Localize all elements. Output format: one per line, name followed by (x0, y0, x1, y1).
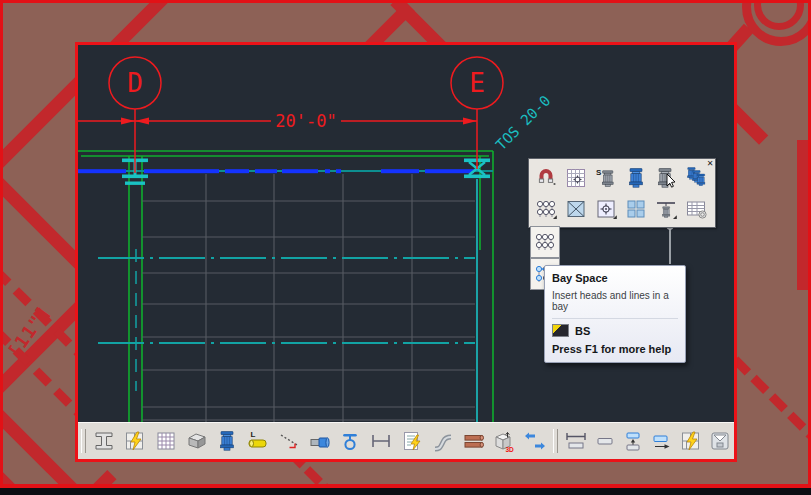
svg-text:S: S (596, 167, 602, 176)
toolbar-button-grid[interactable] (153, 428, 180, 455)
tooltip-help-text: Press F1 for more help (552, 343, 678, 355)
dimension-icon (369, 429, 393, 453)
toolbar-button-valve[interactable] (337, 428, 364, 455)
palette-button-squares-four[interactable] (621, 193, 651, 224)
toolbar-button-steel-beam[interactable] (91, 428, 118, 455)
toolbar-button-panel-mail[interactable] (706, 428, 733, 455)
palette-button-heads-multiple[interactable] (531, 193, 561, 224)
bay-target-icon (594, 197, 618, 221)
toolbar-button-pipe-length[interactable]: L (245, 428, 272, 455)
palette-button-sprinkler-pick[interactable] (651, 162, 681, 193)
bottom-black-bar (0, 488, 811, 495)
toolbar-button-pipe-fitting[interactable] (306, 428, 333, 455)
tos-annotation: TOS 20-0 (493, 92, 554, 153)
heads-multiple-icon (533, 230, 557, 254)
toolbar-button-swap-arrows[interactable] (522, 428, 549, 455)
schedule-table-icon (684, 197, 708, 221)
bg-stripe (797, 140, 810, 290)
keyboard-icon (552, 324, 569, 337)
toolbar-button-sprinkler[interactable] (214, 428, 241, 455)
bay-erase-icon (564, 197, 588, 221)
tooltip-shortcut: BS (575, 325, 590, 337)
box-3d-icon: 3D (492, 429, 516, 453)
sprinkler-tool-palette: ✕ S (528, 158, 716, 228)
toolbar-button-report-lightning[interactable] (399, 428, 426, 455)
pipe-extend-icon (650, 429, 674, 453)
sprinkler-pick-icon (654, 166, 678, 190)
grid-target-icon (564, 166, 588, 190)
toolbar-button-layout-lightning-2[interactable] (677, 428, 704, 455)
ceiling-grid-lines (142, 174, 475, 423)
svg-text:L: L (251, 430, 256, 439)
panel-mail-icon (708, 429, 732, 453)
grid-bubble-label-d: D (127, 68, 143, 98)
palette-grid: S (529, 159, 715, 227)
palette-close-button[interactable]: ✕ (705, 159, 715, 169)
tooltip-separator (552, 318, 678, 319)
layout-lightning-icon (679, 429, 703, 453)
toolbar-button-pipe-extend[interactable] (649, 428, 676, 455)
pipe-segment-icon (593, 429, 617, 453)
tooltip-title: Bay Space (552, 272, 678, 284)
palette-button-magnet[interactable] (531, 162, 561, 193)
toolbar-button-pipes[interactable] (460, 428, 487, 455)
flyout-button-heads-multiple[interactable] (530, 226, 560, 258)
svg-text:3D: 3D (506, 446, 515, 453)
steel-beam-icon (92, 429, 116, 453)
toolbar-button-layout-lightning[interactable] (122, 428, 149, 455)
tooltip-description: Insert heads and lines in a bay (552, 290, 678, 312)
palette-button-schedule-table[interactable] (681, 193, 711, 224)
head-in-line-icon (654, 197, 678, 221)
slope-icon (277, 429, 301, 453)
screenshot-canvas: [11"] [11"] (0, 0, 811, 495)
toolbar-button-pipe-raise[interactable] (620, 428, 647, 455)
grid-bubble-label-e: E (469, 68, 485, 98)
toolbar-grip[interactable] (81, 429, 86, 453)
pipe-raise-icon (621, 429, 645, 453)
grid-icon (154, 429, 178, 453)
pipe-length-icon: L (246, 429, 270, 453)
pipe-dimension-icon (564, 429, 588, 453)
valve-icon (338, 429, 362, 453)
toolbar-button-pipe-segment[interactable] (591, 428, 618, 455)
dimension-text: 20'-0" (275, 111, 336, 131)
pipes-icon (462, 429, 486, 453)
branch-lines (98, 258, 475, 343)
toolbar-button-pipe-bend[interactable] (429, 428, 456, 455)
bay-space-tooltip: Bay Space Insert heads and lines in a ba… (544, 265, 686, 363)
pipe-boundary-lines (78, 151, 493, 423)
tooltip-shortcut-row: BS (552, 324, 678, 337)
sprinkler-blue-icon (624, 166, 648, 190)
toolbar-button-duct[interactable] (183, 428, 210, 455)
heads-multiple-icon (534, 197, 558, 221)
pipe-fitting-icon (308, 429, 332, 453)
toolbar-button-slope[interactable] (276, 428, 303, 455)
palette-button-sprinkler-blue[interactable] (621, 162, 651, 193)
layout-lightning-icon (123, 429, 147, 453)
sprinkler-s-icon: S (594, 166, 618, 190)
toolbar-button-dimension[interactable] (368, 428, 395, 455)
toolbar-grip[interactable] (553, 429, 558, 453)
sprinkler-icon (215, 429, 239, 453)
palette-button-sprinkler-s[interactable]: S (591, 162, 621, 193)
toolbar-button-pipe-dimension[interactable] (562, 428, 589, 455)
squares-four-icon (624, 197, 648, 221)
bottom-toolbar: L 3D (78, 422, 734, 459)
cad-window: D E 20'-0" TOS 20-0 ✕ S (75, 42, 737, 462)
pipe-bend-icon (431, 429, 455, 453)
magnet-icon (534, 166, 558, 190)
palette-button-bay-erase[interactable] (561, 193, 591, 224)
palette-button-grid-target[interactable] (561, 162, 591, 193)
hanger-symbol (667, 223, 673, 264)
sprinklers-copy-icon (684, 166, 708, 190)
duct-icon (185, 429, 209, 453)
report-lightning-icon (400, 429, 424, 453)
swap-arrows-icon (523, 429, 547, 453)
palette-button-bay-target[interactable] (591, 193, 621, 224)
palette-button-head-in-line[interactable] (651, 193, 681, 224)
toolbar-button-box-3d[interactable]: 3D (491, 428, 518, 455)
cad-drawing-canvas[interactable]: D E 20'-0" TOS 20-0 (78, 45, 734, 423)
